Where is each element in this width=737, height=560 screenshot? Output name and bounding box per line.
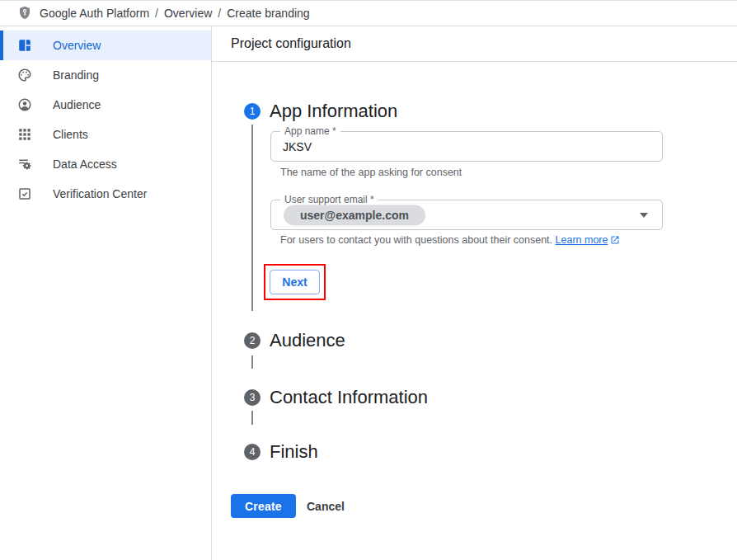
chevron-down-icon[interactable]: [640, 213, 648, 218]
breadcrumb: Google Auth Platform / Overview / Create…: [40, 7, 310, 20]
apps-grid-icon: [16, 127, 33, 142]
sidebar-item-clients[interactable]: Clients: [0, 120, 211, 149]
sidebar-item-audience[interactable]: Audience: [0, 90, 211, 120]
sidebar-item-label: Data Access: [53, 158, 117, 171]
sidebar-item-label: Branding: [53, 68, 99, 82]
stepper-connector: [251, 411, 253, 425]
app-name-helper-text: The name of the app asking for consent: [280, 167, 462, 178]
app-name-field[interactable]: App name *: [270, 131, 663, 162]
list-gear-icon: [16, 157, 33, 172]
sidebar-item-branding[interactable]: Branding: [0, 60, 211, 90]
person-icon: [16, 97, 33, 112]
breadcrumb-item-google-auth-platform[interactable]: Google Auth Platform: [40, 7, 149, 20]
page-title: Project configuration: [231, 36, 351, 51]
main-header: Project configuration: [212, 26, 737, 62]
dashboard-icon: [16, 38, 33, 53]
palette-icon: [16, 68, 33, 82]
step-4-indicator: 4: [244, 444, 261, 460]
checkbox-check-icon: [16, 186, 33, 201]
support-email-field[interactable]: User support email * user@example.com: [270, 200, 663, 230]
cancel-button[interactable]: Cancel: [303, 494, 348, 518]
sidebar-item-overview[interactable]: Overview: [0, 31, 211, 60]
breadcrumb-item-create-branding: Create branding: [227, 7, 309, 20]
learn-more-link[interactable]: Learn more: [556, 234, 621, 246]
sidebar-item-label: Verification Center: [53, 187, 147, 200]
breadcrumb-separator: /: [155, 7, 158, 20]
breadcrumb-item-overview[interactable]: Overview: [164, 7, 212, 20]
step-2-indicator: 2: [244, 332, 261, 349]
breadcrumb-bar: Google Auth Platform / Overview / Create…: [0, 0, 737, 26]
app-name-input[interactable]: [271, 132, 662, 161]
auth-platform-shield-key-icon: [17, 6, 32, 21]
support-email-helper-sentence: For users to contact you with questions …: [280, 234, 552, 246]
sidebar-item-label: Overview: [53, 39, 101, 52]
external-link-icon: [610, 235, 620, 247]
learn-more-label: Learn more: [556, 234, 608, 246]
step-3-title: Contact Information: [270, 387, 428, 408]
sidebar-item-verification-center[interactable]: Verification Center: [0, 179, 211, 209]
sidebar-item-label: Audience: [53, 98, 101, 111]
sidebar-item-label: Clients: [53, 128, 88, 141]
create-button[interactable]: Create: [231, 494, 296, 518]
breadcrumb-separator: /: [218, 7, 221, 20]
step-2-title: Audience: [270, 330, 345, 351]
step-1-title: App Information: [270, 101, 397, 122]
sidebar: Overview Branding Audience: [0, 26, 212, 560]
step-1-indicator: 1: [244, 103, 261, 120]
next-button[interactable]: Next: [270, 270, 320, 294]
support-email-helper-text: For users to contact you with questions …: [280, 234, 620, 247]
stepper-connector: [251, 355, 253, 369]
sidebar-item-data-access[interactable]: Data Access: [0, 149, 211, 179]
support-email-value-chip[interactable]: user@example.com: [284, 205, 425, 225]
step-4-title: Finish: [270, 441, 318, 463]
step-3-indicator: 3: [244, 389, 261, 406]
stepper-connector: [251, 125, 253, 311]
